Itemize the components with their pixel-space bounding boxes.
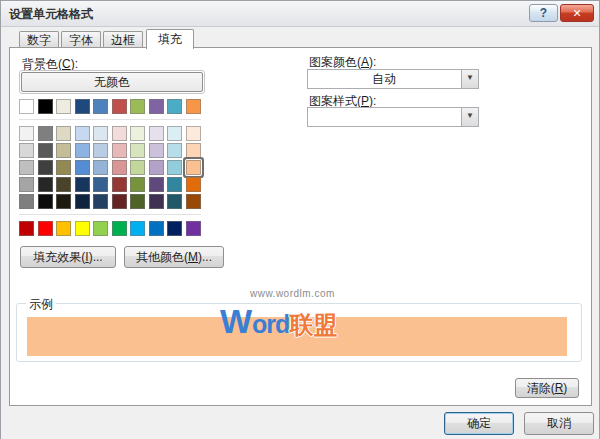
sample-label: 示例 (26, 296, 56, 313)
chevron-down-icon[interactable]: ▼ (461, 108, 478, 126)
color-swatch[interactable] (149, 194, 164, 209)
color-swatch[interactable] (149, 177, 164, 192)
color-swatch[interactable] (38, 221, 53, 236)
color-swatch[interactable] (38, 143, 53, 158)
color-swatch[interactable] (130, 99, 145, 114)
pattern-style-combo[interactable]: ▼ (307, 107, 479, 127)
color-swatch[interactable] (130, 126, 145, 141)
pattern-style-value (308, 108, 460, 126)
format-cells-dialog: 设置单元格格式 ? ✕ 数字 字体 边框 填充 背景色(C): 无颜色 填充效果… (0, 0, 600, 439)
color-swatch[interactable] (112, 126, 127, 141)
color-swatch[interactable] (186, 194, 201, 209)
color-swatch[interactable] (56, 221, 71, 236)
no-color-button[interactable]: 无颜色 (19, 70, 205, 94)
color-swatch[interactable] (167, 177, 182, 192)
tab-number[interactable]: 数字 (19, 31, 59, 48)
color-swatch[interactable] (56, 99, 71, 114)
tab-fill[interactable]: 填充 (146, 29, 194, 49)
color-swatch[interactable] (149, 160, 164, 175)
color-swatch-selected[interactable] (186, 160, 201, 175)
color-swatch[interactable] (75, 126, 90, 141)
color-swatch[interactable] (167, 194, 182, 209)
color-swatch[interactable] (130, 194, 145, 209)
color-swatch[interactable] (93, 221, 108, 236)
color-swatch[interactable] (75, 160, 90, 175)
color-swatch[interactable] (75, 221, 90, 236)
color-palette (19, 99, 201, 239)
chevron-down-icon[interactable]: ▼ (461, 70, 478, 88)
tab-font[interactable]: 字体 (61, 31, 101, 48)
color-swatch[interactable] (130, 143, 145, 158)
color-swatch[interactable] (93, 126, 108, 141)
close-button[interactable]: ✕ (560, 4, 594, 22)
color-swatch[interactable] (38, 126, 53, 141)
color-swatch[interactable] (93, 177, 108, 192)
color-swatch[interactable] (112, 160, 127, 175)
color-swatch[interactable] (149, 221, 164, 236)
dialog-footer: 确定 取消 (1, 406, 599, 439)
ok-button[interactable]: 确定 (444, 412, 514, 435)
color-swatch[interactable] (19, 143, 34, 158)
color-swatch[interactable] (130, 177, 145, 192)
color-swatch[interactable] (56, 194, 71, 209)
color-swatch[interactable] (38, 194, 53, 209)
color-swatch[interactable] (186, 126, 201, 141)
watermark-url: www.wordlm.com (250, 288, 335, 299)
help-icon: ? (540, 6, 547, 20)
color-swatch[interactable] (19, 99, 34, 114)
color-swatch[interactable] (75, 99, 90, 114)
color-swatch[interactable] (56, 126, 71, 141)
color-swatch[interactable] (112, 99, 127, 114)
color-swatch[interactable] (75, 194, 90, 209)
color-swatch[interactable] (149, 126, 164, 141)
titlebar: 设置单元格格式 ? ✕ (1, 1, 599, 27)
color-swatch[interactable] (93, 143, 108, 158)
fill-effects-button[interactable]: 填充效果(I)... (20, 246, 116, 268)
color-swatch[interactable] (56, 160, 71, 175)
color-swatch[interactable] (93, 160, 108, 175)
sample-fill-preview (27, 317, 567, 356)
color-swatch[interactable] (130, 160, 145, 175)
palette-divider (19, 214, 201, 215)
color-swatch[interactable] (56, 143, 71, 158)
color-swatch[interactable] (149, 143, 164, 158)
color-swatch[interactable] (112, 221, 127, 236)
color-swatch[interactable] (38, 160, 53, 175)
color-swatch[interactable] (19, 221, 34, 236)
color-swatch[interactable] (38, 177, 53, 192)
clear-button[interactable]: 清除(R) (515, 378, 579, 398)
color-swatch[interactable] (75, 177, 90, 192)
more-colors-button[interactable]: 其他颜色(M)... (124, 246, 224, 268)
color-swatch[interactable] (56, 177, 71, 192)
color-swatch[interactable] (19, 160, 34, 175)
help-button[interactable]: ? (529, 4, 558, 22)
pattern-color-value: 自动 (308, 70, 460, 88)
color-swatch[interactable] (167, 221, 182, 236)
color-swatch[interactable] (130, 221, 145, 236)
color-swatch[interactable] (19, 194, 34, 209)
color-swatch[interactable] (93, 99, 108, 114)
color-swatch[interactable] (167, 126, 182, 141)
color-swatch[interactable] (75, 143, 90, 158)
color-swatch[interactable] (167, 99, 182, 114)
color-swatch[interactable] (186, 177, 201, 192)
color-swatch[interactable] (19, 177, 34, 192)
cancel-button[interactable]: 取消 (524, 412, 594, 435)
color-swatch[interactable] (167, 160, 182, 175)
close-icon: ✕ (572, 7, 581, 19)
color-swatch[interactable] (186, 99, 201, 114)
color-swatch[interactable] (149, 99, 164, 114)
tab-border[interactable]: 边框 (103, 31, 143, 48)
color-swatch[interactable] (167, 143, 182, 158)
color-swatch[interactable] (112, 177, 127, 192)
color-swatch[interactable] (186, 143, 201, 158)
pattern-color-combo[interactable]: 自动 ▼ (307, 69, 479, 89)
dialog-title: 设置单元格格式 (9, 6, 93, 23)
color-swatch[interactable] (19, 126, 34, 141)
color-swatch[interactable] (38, 99, 53, 114)
color-swatch[interactable] (186, 221, 201, 236)
color-swatch[interactable] (112, 194, 127, 209)
color-swatch[interactable] (93, 194, 108, 209)
fill-tab-panel: 背景色(C): 无颜色 填充效果(I)... 其他颜色(M)... 图案颜色(A… (9, 47, 592, 406)
color-swatch[interactable] (112, 143, 127, 158)
